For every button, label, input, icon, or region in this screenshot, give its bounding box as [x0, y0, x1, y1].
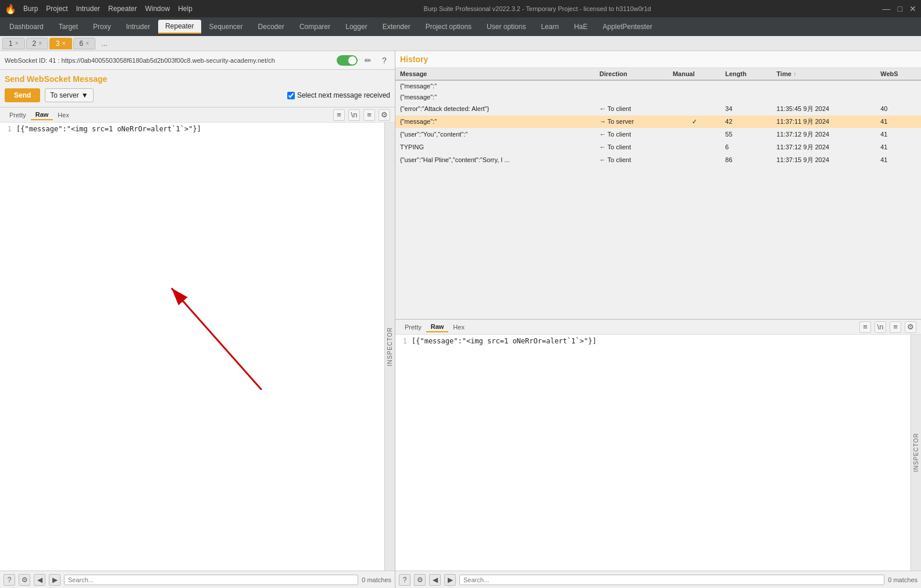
right-line-number: 1 — [398, 337, 407, 345]
send-section: Send WebSocket Message Send To server ▼ … — [0, 70, 395, 107]
tab-1[interactable]: 1 × — [2, 38, 25, 49]
help-btn-left[interactable]: ? — [3, 574, 15, 586]
right-code-line-1: 1 [{"message":"<img src=1 oNeRrOr=alert`… — [398, 337, 908, 345]
search-input-right[interactable] — [459, 575, 884, 585]
nav-learn[interactable]: Learn — [534, 20, 566, 33]
tab-2-close[interactable]: × — [38, 40, 42, 46]
nav-user-options[interactable]: User options — [480, 20, 533, 33]
col-direction[interactable]: Direction — [595, 68, 668, 80]
nav-appletpentester[interactable]: AppletPentester — [595, 20, 659, 33]
table-row[interactable]: {"user":"You","content":" ← To client 55… — [395, 128, 921, 141]
menu-bar: Burp Project Intruder Repeater Window He… — [23, 5, 192, 13]
tab-pretty-right[interactable]: Pretty — [400, 322, 426, 332]
tab-raw-right[interactable]: Raw — [426, 322, 449, 332]
cell-length: 55 — [720, 128, 772, 141]
nav-proxy[interactable]: Proxy — [86, 20, 118, 33]
wrap-icon-right[interactable]: ≡ — [859, 321, 871, 333]
left-code-area[interactable]: 1 [{"message":"<img src=1 oNeRrOr=alert`… — [0, 123, 384, 571]
cell-time: 11:35:45 9月 2024 — [772, 103, 876, 116]
table-row[interactable]: {"error":"Attack detected: Alert"} ← To … — [395, 103, 921, 116]
dropdown-arrow-icon: ▼ — [81, 91, 88, 99]
settings-btn-left[interactable]: ⚙ — [19, 574, 30, 586]
nav-decoder[interactable]: Decoder — [251, 20, 291, 33]
table-row[interactable]: {"message":" — [395, 80, 921, 92]
tab-more[interactable]: ... — [97, 38, 112, 49]
menu-icon-left[interactable]: ≡ — [363, 109, 375, 121]
nav-sequencer[interactable]: Sequencer — [202, 20, 250, 33]
nav-extender[interactable]: Extender — [376, 20, 417, 33]
menu-help[interactable]: Help — [178, 5, 192, 13]
minimize-button[interactable]: — — [883, 4, 891, 13]
table-row[interactable]: {"message":" → To server ✓ 42 11:37:11 9… — [395, 115, 921, 128]
col-webs[interactable]: WebS — [876, 68, 921, 80]
tab-6[interactable]: 6 × — [73, 38, 96, 49]
window-controls: — □ ✕ — [883, 4, 916, 13]
tab-pretty-left[interactable]: Pretty — [5, 110, 31, 120]
history-title: History — [395, 51, 921, 68]
settings-btn-right[interactable]: ⚙ — [414, 574, 426, 586]
menu-burp[interactable]: Burp — [23, 5, 38, 13]
tab-raw-left[interactable]: Raw — [31, 110, 53, 120]
gear-icon-right[interactable]: ⚙ — [905, 321, 916, 333]
nav-intruder[interactable]: Intruder — [119, 20, 157, 33]
col-time[interactable]: Time — [772, 68, 876, 80]
edit-icon[interactable]: ✏ — [362, 55, 374, 66]
forward-btn-right[interactable]: ▶ — [444, 574, 456, 586]
nav-comparer[interactable]: Comparer — [292, 20, 337, 33]
nav-project-options[interactable]: Project options — [419, 20, 479, 33]
search-input-left[interactable] — [64, 575, 358, 585]
websocket-id-text: WebSocket ID: 41 : https://0ab4005503058… — [5, 57, 332, 64]
col-length[interactable]: Length — [720, 68, 772, 80]
code-text: [{"message":"<img src=1 oNeRrOr=alert`1`… — [16, 125, 201, 133]
menu-project[interactable]: Project — [46, 5, 67, 13]
send-button[interactable]: Send — [5, 88, 40, 102]
tab-hex-left[interactable]: Hex — [53, 110, 74, 120]
newline-icon-right[interactable]: \n — [874, 321, 886, 333]
col-manual[interactable]: Manual — [668, 68, 720, 80]
tab-6-close[interactable]: × — [85, 40, 89, 46]
back-btn-left[interactable]: ◀ — [34, 574, 45, 586]
wrap-icon-left[interactable]: ≡ — [333, 109, 345, 121]
forward-btn-left[interactable]: ▶ — [49, 574, 60, 586]
cell-webs: 41 — [876, 115, 921, 128]
tab-1-close[interactable]: × — [15, 40, 19, 46]
left-editor-toolbar: ≡ \n ≡ ⚙ — [333, 109, 390, 121]
newline-icon-left[interactable]: \n — [348, 109, 360, 121]
table-row[interactable]: TYPING ← To client 6 11:37:12 9月 2024 41 — [395, 141, 921, 153]
back-btn-right[interactable]: ◀ — [429, 574, 441, 586]
menu-icon-right[interactable]: ≡ — [890, 321, 901, 333]
matches-label-left: 0 matches — [362, 576, 391, 583]
nav-dashboard[interactable]: Dashboard — [2, 20, 51, 33]
nav-logger[interactable]: Logger — [338, 20, 374, 33]
select-next-input[interactable] — [287, 92, 295, 99]
col-message[interactable]: Message — [395, 68, 595, 80]
menu-window[interactable]: Window — [145, 5, 170, 13]
inspector-label-right: INSPECTOR — [913, 433, 919, 472]
cell-time: 11:37:12 9月 2024 — [772, 128, 876, 141]
menu-repeater[interactable]: Repeater — [108, 5, 137, 13]
cell-message: TYPING — [395, 141, 595, 153]
tab-hex-right[interactable]: Hex — [448, 322, 469, 332]
nav-hae[interactable]: HaE — [567, 20, 594, 33]
cell-message: {"error":"Attack detected: Alert"} — [395, 103, 595, 116]
right-code-area[interactable]: 1 [{"message":"<img src=1 oNeRrOr=alert`… — [395, 335, 911, 571]
cell-direction: ← To client — [595, 153, 668, 166]
tab-3-close[interactable]: × — [62, 40, 66, 46]
gear-icon-left[interactable]: ⚙ — [379, 109, 390, 121]
right-panel: History Message Direction Manual Length … — [395, 51, 921, 588]
help-icon[interactable]: ? — [379, 55, 390, 66]
tab-3[interactable]: 3 × — [49, 38, 72, 49]
toggle-button[interactable] — [337, 55, 358, 66]
table-row[interactable]: {"user":"Hal Pline","content":"Sorry, I … — [395, 153, 921, 166]
maximize-button[interactable]: □ — [898, 4, 902, 13]
help-btn-right[interactable]: ? — [399, 574, 410, 586]
to-server-select[interactable]: To server ▼ — [45, 88, 93, 102]
menu-intruder[interactable]: Intruder — [76, 5, 100, 13]
cell-manual: ✓ — [668, 115, 720, 128]
nav-repeater[interactable]: Repeater — [158, 20, 201, 34]
close-button[interactable]: ✕ — [909, 4, 916, 13]
cell-manual — [668, 141, 720, 153]
nav-target[interactable]: Target — [52, 20, 85, 33]
table-row[interactable]: {"message":" — [395, 92, 921, 103]
tab-2[interactable]: 2 × — [26, 38, 49, 49]
